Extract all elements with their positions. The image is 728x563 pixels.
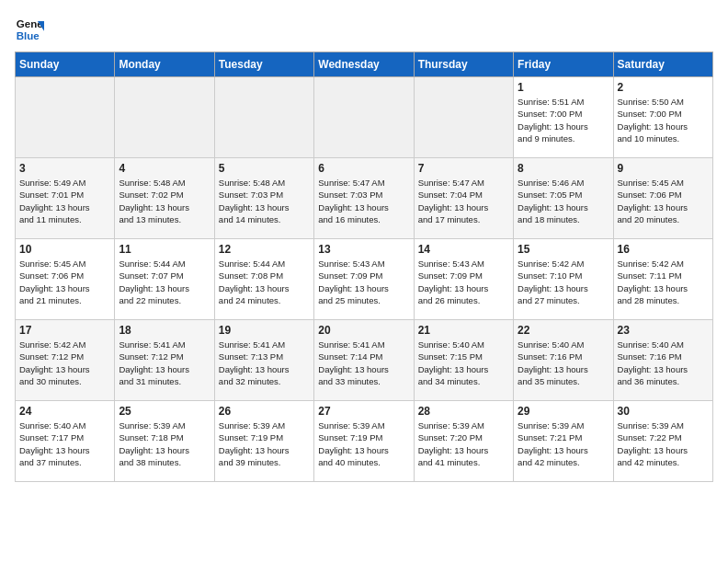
calendar-cell: 20Sunrise: 5:41 AM Sunset: 7:14 PM Dayli… [314, 320, 414, 401]
day-info: Sunrise: 5:42 AM Sunset: 7:10 PM Dayligh… [518, 258, 609, 306]
day-info: Sunrise: 5:41 AM Sunset: 7:12 PM Dayligh… [119, 339, 210, 387]
weekday-header-tuesday: Tuesday [214, 52, 313, 77]
calendar-cell: 1Sunrise: 5:51 AM Sunset: 7:00 PM Daylig… [514, 77, 613, 158]
day-number: 29 [518, 405, 609, 418]
calendar-cell: 28Sunrise: 5:39 AM Sunset: 7:20 PM Dayli… [414, 401, 513, 482]
calendar-cell: 15Sunrise: 5:42 AM Sunset: 7:10 PM Dayli… [514, 239, 613, 320]
day-info: Sunrise: 5:40 AM Sunset: 7:15 PM Dayligh… [418, 339, 509, 387]
calendar-cell: 9Sunrise: 5:45 AM Sunset: 7:06 PM Daylig… [613, 158, 712, 239]
day-info: Sunrise: 5:39 AM Sunset: 7:18 PM Dayligh… [119, 419, 210, 468]
day-number: 14 [418, 243, 509, 256]
day-info: Sunrise: 5:40 AM Sunset: 7:17 PM Dayligh… [19, 419, 110, 468]
day-number: 16 [618, 243, 709, 256]
day-info: Sunrise: 5:42 AM Sunset: 7:11 PM Dayligh… [618, 258, 709, 306]
calendar-cell: 16Sunrise: 5:42 AM Sunset: 7:11 PM Dayli… [613, 239, 712, 320]
day-number: 19 [219, 324, 310, 337]
calendar-cell: 7Sunrise: 5:47 AM Sunset: 7:04 PM Daylig… [414, 158, 513, 239]
page-header: General Blue [15, 15, 713, 44]
day-number: 2 [618, 81, 709, 94]
day-number: 10 [19, 243, 110, 256]
day-number: 7 [418, 162, 509, 175]
calendar-cell: 22Sunrise: 5:40 AM Sunset: 7:16 PM Dayli… [514, 320, 613, 401]
calendar-cell: 23Sunrise: 5:40 AM Sunset: 7:16 PM Dayli… [613, 320, 712, 401]
calendar-week-row: 10Sunrise: 5:45 AM Sunset: 7:06 PM Dayli… [16, 239, 713, 320]
day-info: Sunrise: 5:43 AM Sunset: 7:09 PM Dayligh… [418, 258, 509, 306]
day-info: Sunrise: 5:42 AM Sunset: 7:12 PM Dayligh… [19, 339, 110, 387]
day-info: Sunrise: 5:48 AM Sunset: 7:02 PM Dayligh… [119, 177, 210, 225]
calendar-cell: 6Sunrise: 5:47 AM Sunset: 7:03 PM Daylig… [314, 158, 414, 239]
calendar-cell: 12Sunrise: 5:44 AM Sunset: 7:08 PM Dayli… [214, 239, 313, 320]
weekday-header-sunday: Sunday [16, 52, 115, 77]
day-number: 6 [318, 162, 409, 175]
day-info: Sunrise: 5:44 AM Sunset: 7:08 PM Dayligh… [219, 258, 310, 306]
day-info: Sunrise: 5:45 AM Sunset: 7:06 PM Dayligh… [618, 177, 709, 225]
day-number: 22 [518, 324, 609, 337]
day-number: 11 [119, 243, 210, 256]
calendar-cell: 26Sunrise: 5:39 AM Sunset: 7:19 PM Dayli… [214, 401, 313, 482]
day-info: Sunrise: 5:51 AM Sunset: 7:00 PM Dayligh… [518, 96, 609, 144]
weekday-header-wednesday: Wednesday [314, 52, 414, 77]
calendar-cell: 2Sunrise: 5:50 AM Sunset: 7:00 PM Daylig… [613, 77, 712, 158]
day-info: Sunrise: 5:39 AM Sunset: 7:19 PM Dayligh… [219, 419, 310, 468]
day-info: Sunrise: 5:39 AM Sunset: 7:21 PM Dayligh… [518, 419, 609, 468]
day-info: Sunrise: 5:43 AM Sunset: 7:09 PM Dayligh… [318, 258, 409, 306]
day-info: Sunrise: 5:39 AM Sunset: 7:20 PM Dayligh… [418, 419, 509, 468]
day-number: 13 [318, 243, 409, 256]
day-info: Sunrise: 5:40 AM Sunset: 7:16 PM Dayligh… [518, 339, 609, 387]
day-number: 28 [418, 405, 509, 418]
day-info: Sunrise: 5:39 AM Sunset: 7:22 PM Dayligh… [618, 419, 709, 468]
day-number: 15 [518, 243, 609, 256]
calendar-cell: 4Sunrise: 5:48 AM Sunset: 7:02 PM Daylig… [115, 158, 214, 239]
day-info: Sunrise: 5:45 AM Sunset: 7:06 PM Dayligh… [19, 258, 110, 306]
calendar-cell: 30Sunrise: 5:39 AM Sunset: 7:22 PM Dayli… [613, 401, 712, 482]
calendar-cell: 21Sunrise: 5:40 AM Sunset: 7:15 PM Dayli… [414, 320, 513, 401]
calendar-body: 1Sunrise: 5:51 AM Sunset: 7:00 PM Daylig… [16, 77, 713, 482]
day-number: 4 [119, 162, 210, 175]
calendar-cell [414, 77, 513, 158]
day-number: 12 [219, 243, 310, 256]
calendar-header-row: SundayMondayTuesdayWednesdayThursdayFrid… [16, 52, 713, 77]
day-info: Sunrise: 5:46 AM Sunset: 7:05 PM Dayligh… [518, 177, 609, 225]
day-info: Sunrise: 5:40 AM Sunset: 7:16 PM Dayligh… [618, 339, 709, 387]
weekday-header-saturday: Saturday [613, 52, 712, 77]
calendar-cell: 19Sunrise: 5:41 AM Sunset: 7:13 PM Dayli… [214, 320, 313, 401]
svg-text:Blue: Blue [17, 30, 40, 41]
day-info: Sunrise: 5:47 AM Sunset: 7:03 PM Dayligh… [318, 177, 409, 225]
calendar-week-row: 1Sunrise: 5:51 AM Sunset: 7:00 PM Daylig… [16, 77, 713, 158]
day-number: 18 [119, 324, 210, 337]
calendar-cell: 13Sunrise: 5:43 AM Sunset: 7:09 PM Dayli… [314, 239, 414, 320]
logo-icon: General Blue [15, 15, 44, 44]
weekday-header-monday: Monday [115, 52, 214, 77]
day-number: 30 [618, 405, 709, 418]
calendar-cell: 3Sunrise: 5:49 AM Sunset: 7:01 PM Daylig… [16, 158, 115, 239]
calendar-week-row: 17Sunrise: 5:42 AM Sunset: 7:12 PM Dayli… [16, 320, 713, 401]
day-number: 5 [219, 162, 310, 175]
day-number: 24 [19, 405, 110, 418]
day-number: 27 [318, 405, 409, 418]
calendar-cell: 27Sunrise: 5:39 AM Sunset: 7:19 PM Dayli… [314, 401, 414, 482]
day-number: 8 [518, 162, 609, 175]
calendar-cell [314, 77, 414, 158]
day-info: Sunrise: 5:41 AM Sunset: 7:14 PM Dayligh… [318, 339, 409, 387]
calendar-cell [115, 77, 214, 158]
calendar-cell: 17Sunrise: 5:42 AM Sunset: 7:12 PM Dayli… [16, 320, 115, 401]
day-number: 1 [518, 81, 609, 94]
day-info: Sunrise: 5:48 AM Sunset: 7:03 PM Dayligh… [219, 177, 310, 225]
day-number: 26 [219, 405, 310, 418]
day-number: 23 [618, 324, 709, 337]
calendar-cell: 5Sunrise: 5:48 AM Sunset: 7:03 PM Daylig… [214, 158, 313, 239]
day-number: 3 [19, 162, 110, 175]
day-info: Sunrise: 5:47 AM Sunset: 7:04 PM Dayligh… [418, 177, 509, 225]
logo: General Blue [15, 15, 48, 44]
day-number: 9 [618, 162, 709, 175]
calendar-week-row: 24Sunrise: 5:40 AM Sunset: 7:17 PM Dayli… [16, 401, 713, 482]
day-number: 21 [418, 324, 509, 337]
day-number: 25 [119, 405, 210, 418]
day-info: Sunrise: 5:44 AM Sunset: 7:07 PM Dayligh… [119, 258, 210, 306]
calendar-table: SundayMondayTuesdayWednesdayThursdayFrid… [15, 52, 713, 482]
calendar-cell: 25Sunrise: 5:39 AM Sunset: 7:18 PM Dayli… [115, 401, 214, 482]
day-number: 20 [318, 324, 409, 337]
day-info: Sunrise: 5:41 AM Sunset: 7:13 PM Dayligh… [219, 339, 310, 387]
calendar-cell: 8Sunrise: 5:46 AM Sunset: 7:05 PM Daylig… [514, 158, 613, 239]
day-info: Sunrise: 5:49 AM Sunset: 7:01 PM Dayligh… [19, 177, 110, 225]
